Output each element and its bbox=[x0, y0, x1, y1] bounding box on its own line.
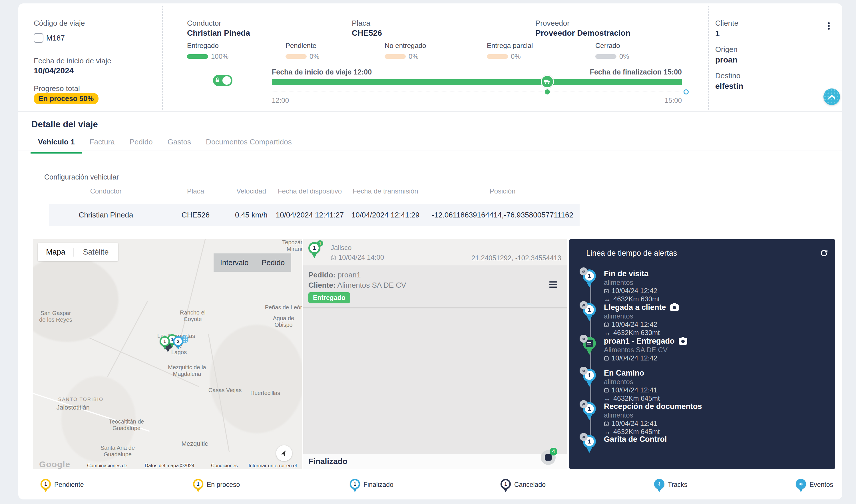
lock-icon bbox=[214, 77, 220, 84]
map-canvas[interactable]: Tepozán de Miranda San Gaspar de los Rey… bbox=[33, 239, 302, 469]
calendar-icon bbox=[604, 356, 609, 361]
map-locate-button[interactable] bbox=[276, 445, 292, 461]
cell-placa: CHE526 bbox=[163, 211, 228, 219]
alert-item[interactable]: 1 En Camino alimentos 10/04/24 12:41 ↔ 4… bbox=[583, 369, 660, 402]
client-label: Cliente: bbox=[308, 281, 336, 289]
stop-panel-body bbox=[303, 308, 567, 454]
eye-off-icon[interactable] bbox=[579, 400, 588, 408]
eye-off-icon[interactable] bbox=[579, 301, 588, 309]
gallery-button[interactable]: 4 bbox=[541, 450, 556, 465]
map-type-mapa[interactable]: Mapa bbox=[38, 248, 73, 256]
client-value: Alimentos SA DE CV bbox=[337, 281, 406, 289]
map-place-label: Rancho el Coyote bbox=[177, 309, 209, 323]
attribution-terms[interactable]: Condiciones bbox=[211, 463, 238, 469]
truck-marker[interactable] bbox=[541, 75, 554, 88]
trip-code-value: M187 bbox=[46, 34, 65, 42]
alert-item[interactable]: 1 Fin de visita alimentos 10/04/24 12:42… bbox=[583, 269, 660, 303]
client-row: Cliente: Alimentos SA DE CV bbox=[308, 281, 406, 290]
map-terrain bbox=[210, 325, 302, 433]
alert-title: proan1 - Entregado bbox=[604, 337, 675, 346]
trip-code-checkbox[interactable] bbox=[34, 33, 43, 43]
alert-date: 10/04/24 12:42 bbox=[611, 320, 657, 328]
tab-gastos[interactable]: Gastos bbox=[160, 138, 198, 153]
cell-conductor: Christian Pineda bbox=[49, 211, 163, 219]
map-type-satelite[interactable]: Satélite bbox=[73, 248, 118, 256]
intervalo-button[interactable]: Intervalo bbox=[220, 258, 249, 267]
status-bar bbox=[595, 54, 617, 59]
alert-item[interactable]: 1 Recepción de documentos alimentos 10/0… bbox=[583, 402, 702, 436]
table-row[interactable]: Christian Pineda CHE526 0.45 km/h 10/04/… bbox=[49, 204, 579, 226]
collapse-up-button[interactable] bbox=[823, 88, 840, 105]
slider-current-handle[interactable] bbox=[545, 89, 550, 94]
plate-label: Placa bbox=[352, 19, 370, 28]
eye-off-icon[interactable] bbox=[579, 335, 588, 343]
alert-distance-row: ↔ 4632Km 630mt bbox=[604, 295, 660, 303]
provider-label: Proveedor bbox=[535, 19, 570, 28]
status-bar bbox=[187, 54, 208, 59]
eye-off-icon[interactable] bbox=[579, 367, 588, 375]
page: { "icons": { "distance": "↔", "cluster_m… bbox=[0, 0, 856, 504]
stop-state: Jalisco bbox=[331, 244, 352, 252]
map-marker-green-1[interactable]: 1 bbox=[160, 336, 170, 349]
stop-pin-badge: 1 bbox=[317, 240, 323, 247]
alert-subtitle: alimentos bbox=[604, 411, 702, 419]
driver-label: Conductor bbox=[187, 19, 221, 28]
status-label: Entrega parcial bbox=[487, 42, 533, 50]
tab-factura[interactable]: Factura bbox=[82, 138, 122, 153]
attribution-report[interactable]: Informar un error en el mapa bbox=[248, 463, 302, 469]
timeline-progress-bar[interactable] bbox=[272, 79, 682, 85]
alert-item[interactable]: proan1 - Entregado Alimentos SA DE CV 10… bbox=[583, 337, 687, 362]
list-icon[interactable] bbox=[549, 282, 557, 283]
alert-subtitle: alimentos bbox=[604, 312, 679, 320]
kebab-menu-icon[interactable] bbox=[828, 21, 830, 31]
tab-pedido[interactable]: Pedido bbox=[122, 138, 160, 153]
cell-velocidad: 0.45 km/h bbox=[228, 211, 274, 219]
stop-panel: 1 1 Jalisco 10/04/24 14:00 21.24051292, … bbox=[303, 239, 567, 469]
tab-documentos-compartidos[interactable]: Documentos Compartidos bbox=[198, 138, 299, 153]
destination-value: elfestin bbox=[715, 82, 743, 91]
gallery-count-badge: 4 bbox=[550, 448, 557, 455]
destination-label: Destino bbox=[715, 71, 741, 80]
map-place-label: San Gaspar de los Reyes bbox=[38, 310, 73, 323]
toggle-knob bbox=[222, 76, 231, 85]
stop-pin: 1 1 bbox=[308, 242, 320, 258]
map-area-label: SANTO TORIBIO bbox=[55, 396, 107, 403]
status-no-entregado: No entregado 0% bbox=[385, 42, 426, 60]
distance-icon: ↔ bbox=[604, 328, 611, 337]
status-label: Cerrado bbox=[595, 42, 629, 50]
legend-eventos: Eventos bbox=[796, 479, 833, 492]
stop-coordinates: 21.24051292, -102.34554413 bbox=[471, 254, 561, 262]
trip-code-label: Código de viaje bbox=[34, 19, 85, 28]
timeline-slider-track[interactable] bbox=[272, 89, 682, 95]
camera-icon[interactable] bbox=[679, 338, 687, 345]
megaphone-icon bbox=[798, 482, 803, 487]
alert-distance-row: ↔ 4632Km 645mt bbox=[604, 428, 702, 436]
attribution-keys[interactable]: Combinaciones de teclas bbox=[87, 463, 134, 469]
alert-date-row: 10/04/24 12:41 bbox=[604, 386, 660, 394]
status-value: 0% bbox=[409, 53, 418, 60]
legend-label: Cancelado bbox=[514, 481, 546, 489]
alert-title: Fin de visita bbox=[604, 269, 660, 278]
trip-timeline: Fecha de inicio de viaje 12:00 Fecha de … bbox=[272, 68, 682, 105]
status-entrega-parcial: Entrega parcial 0% bbox=[487, 42, 533, 60]
timeline-start-title: Fecha de inicio de viaje 12:00 bbox=[272, 68, 372, 76]
camera-icon[interactable] bbox=[670, 304, 679, 311]
stop-datetime: 10/04/24 14:00 bbox=[338, 253, 384, 262]
navy-pin-icon: 1 bbox=[501, 479, 511, 492]
alert-item[interactable]: 1 Garita de Control bbox=[583, 435, 667, 444]
map-place-label: Huertecillas bbox=[245, 390, 285, 396]
lock-toggle[interactable] bbox=[213, 75, 232, 86]
map-marker-blue[interactable]: 2 bbox=[173, 336, 183, 349]
slider-end-handle[interactable] bbox=[683, 89, 689, 94]
legend-en-proceso: 1 En proceso bbox=[193, 479, 240, 492]
driver-value: Christian Pineda bbox=[187, 29, 250, 38]
eye-off-icon[interactable] bbox=[579, 267, 588, 275]
alert-item[interactable]: 1 Llegada a cliente alimentos 10/04/24 1… bbox=[583, 303, 679, 337]
alert-title: En Camino bbox=[604, 369, 660, 378]
refresh-icon[interactable] bbox=[820, 249, 828, 258]
eye-off-icon[interactable] bbox=[579, 433, 588, 441]
status-value: 0% bbox=[511, 53, 521, 60]
pedido-button[interactable]: Pedido bbox=[262, 258, 285, 267]
tab-vehiculo-1[interactable]: Vehículo 1 bbox=[31, 138, 82, 153]
calendar-icon bbox=[604, 322, 609, 327]
